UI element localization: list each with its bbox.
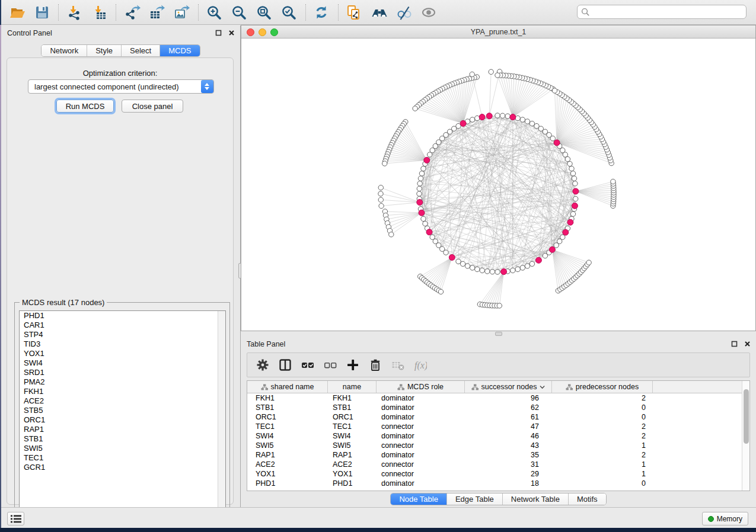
network-hub-node[interactable] xyxy=(501,269,507,275)
network-node[interactable] xyxy=(421,166,426,171)
tab-style[interactable]: Style xyxy=(87,45,122,56)
table-scrollbar[interactable] xyxy=(742,381,749,491)
network-hub-node[interactable] xyxy=(563,229,569,235)
network-node[interactable] xyxy=(505,114,510,118)
delete-column-button[interactable] xyxy=(388,355,407,374)
network-node[interactable] xyxy=(421,216,426,221)
mcds-result-node[interactable]: GCR1 xyxy=(20,463,225,472)
table-row[interactable]: RAP1RAP1dominator352 xyxy=(247,450,749,460)
mcds-result-node[interactable]: STB1 xyxy=(20,434,225,444)
network-node[interactable] xyxy=(389,232,394,237)
mcds-result-node[interactable]: FKH1 xyxy=(20,387,225,396)
network-node[interactable] xyxy=(495,270,500,274)
column-header-mcds-role[interactable]: MCDS role xyxy=(377,381,465,393)
network-node[interactable] xyxy=(529,261,534,266)
table-scrollbar-thumb[interactable] xyxy=(744,389,749,444)
network-node[interactable] xyxy=(554,243,559,248)
tab-network-table[interactable]: Network Table xyxy=(503,493,569,505)
table-settings-button[interactable] xyxy=(253,355,272,374)
horizontal-splitter-handle[interactable] xyxy=(495,332,502,336)
table-row[interactable]: STB1STB1dominator620 xyxy=(247,403,749,412)
network-hub-node[interactable] xyxy=(460,120,466,126)
maximize-window-icon[interactable] xyxy=(270,28,278,36)
network-node[interactable] xyxy=(480,268,484,273)
network-hub-node[interactable] xyxy=(535,257,541,263)
network-node[interactable] xyxy=(490,270,495,274)
export-image-button[interactable] xyxy=(170,2,194,23)
mcds-result-node[interactable]: ORC1 xyxy=(20,415,225,425)
network-node[interactable] xyxy=(570,171,575,176)
mcds-result-node[interactable]: SRD1 xyxy=(20,368,225,377)
import-network-button[interactable] xyxy=(62,2,87,23)
mcds-result-node[interactable]: TEC1 xyxy=(20,453,225,463)
network-hub-node[interactable] xyxy=(549,246,555,252)
tab-motifs[interactable]: Motifs xyxy=(569,493,606,505)
network-node[interactable] xyxy=(378,197,383,202)
table-row[interactable]: FKH1FKH1dominator962 xyxy=(247,393,749,403)
zoom-selected-button[interactable] xyxy=(277,2,302,23)
network-node[interactable] xyxy=(475,267,480,271)
tab-select[interactable]: Select xyxy=(122,45,160,56)
mcds-result-node[interactable]: PHD1 xyxy=(20,311,225,321)
show-graphics-details-button[interactable] xyxy=(417,2,442,23)
table-row[interactable]: SWI4SWI4dominator462 xyxy=(247,431,749,441)
network-node[interactable] xyxy=(417,186,422,191)
run-mcds-button[interactable]: Run MCDS xyxy=(56,100,114,113)
mcds-result-node[interactable]: ACE2 xyxy=(20,396,225,406)
mcds-result-node[interactable]: STP4 xyxy=(20,330,225,339)
hide-graphics-details-button[interactable] xyxy=(392,2,417,23)
network-hub-node[interactable] xyxy=(424,157,430,163)
export-network-button[interactable] xyxy=(120,2,145,23)
import-table-button[interactable] xyxy=(87,2,112,23)
network-node[interactable] xyxy=(500,113,505,118)
network-hub-node[interactable] xyxy=(510,114,516,120)
network-hub-node[interactable] xyxy=(572,203,578,209)
tab-edge-table[interactable]: Edge Table xyxy=(447,493,503,505)
table-row[interactable]: ORC1ORC1dominator610 xyxy=(247,412,749,422)
network-node[interactable] xyxy=(470,117,474,122)
export-table-button[interactable] xyxy=(145,2,170,23)
zoom-in-button[interactable] xyxy=(202,2,227,23)
network-window-titlebar[interactable]: YPA_prune.txt_1 xyxy=(241,25,755,39)
close-table-panel-icon[interactable] xyxy=(743,339,751,348)
tab-node-table[interactable]: Node Table xyxy=(391,493,447,505)
table-row[interactable]: TEC1TEC1connector472 xyxy=(247,422,749,431)
mcds-result-node[interactable]: STB5 xyxy=(20,406,225,415)
network-node[interactable] xyxy=(382,161,387,166)
close-panel-icon[interactable] xyxy=(227,28,235,37)
mcds-result-node[interactable]: CAR1 xyxy=(20,321,225,330)
float-table-panel-icon[interactable] xyxy=(730,339,738,348)
network-node[interactable] xyxy=(573,196,578,201)
add-column-button[interactable] xyxy=(343,355,362,374)
network-node[interactable] xyxy=(489,69,493,74)
mcds-result-list[interactable]: PHD1CAR1STP4TID3YOX1SWI4SRD1PMA2FKH1ACE2… xyxy=(19,310,226,518)
mcds-result-node[interactable]: TID3 xyxy=(20,339,225,349)
network-node[interactable] xyxy=(378,191,383,196)
network-node[interactable] xyxy=(543,254,547,258)
network-node[interactable] xyxy=(563,152,567,157)
network-node[interactable] xyxy=(460,261,465,266)
minimize-window-icon[interactable] xyxy=(259,28,266,36)
network-node[interactable] xyxy=(573,181,578,186)
network-node[interactable] xyxy=(565,156,570,161)
network-node[interactable] xyxy=(456,259,461,264)
float-panel-icon[interactable] xyxy=(214,28,222,37)
mcds-result-node[interactable]: PMA2 xyxy=(20,377,225,387)
network-node[interactable] xyxy=(567,161,572,166)
zoom-out-button[interactable] xyxy=(227,2,252,23)
network-node[interactable] xyxy=(497,303,502,308)
network-node[interactable] xyxy=(465,264,470,268)
network-node[interactable] xyxy=(586,260,591,265)
network-node[interactable] xyxy=(419,171,424,176)
table-row[interactable]: PHD1PHD1dominator180 xyxy=(247,479,749,488)
network-hub-node[interactable] xyxy=(449,255,455,261)
close-window-icon[interactable] xyxy=(247,28,254,36)
tab-mcds[interactable]: MCDS xyxy=(160,45,199,56)
clone-network-button[interactable] xyxy=(342,2,367,23)
select-all-rows-button[interactable] xyxy=(298,355,317,374)
network-node[interactable] xyxy=(470,265,474,270)
network-node[interactable] xyxy=(525,119,529,124)
network-node[interactable] xyxy=(515,267,520,271)
delete-rows-button[interactable] xyxy=(366,355,385,374)
search-box[interactable] xyxy=(577,5,747,19)
